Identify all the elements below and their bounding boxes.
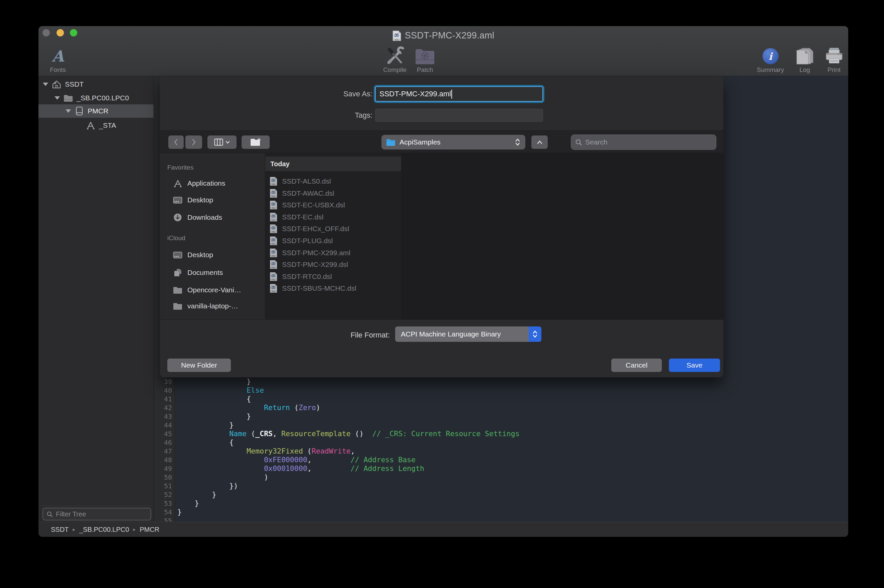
code-text: } bbox=[177, 508, 182, 516]
device-icon bbox=[74, 106, 84, 116]
sidebar-item-icloud-desktop[interactable]: Desktop bbox=[160, 249, 265, 261]
titlebar[interactable]: AML SSDT-PMC-X299.aml bbox=[39, 26, 848, 45]
document-icon: DSL bbox=[270, 272, 278, 281]
view-mode-button[interactable] bbox=[207, 135, 237, 149]
code-text: { bbox=[177, 394, 251, 404]
save-label: Save bbox=[687, 361, 702, 369]
chevron-right-icon: ▸ bbox=[73, 526, 75, 532]
print-button[interactable]: Print bbox=[820, 46, 848, 75]
file-row[interactable]: DSL SSDT-ALS0.dsl bbox=[265, 175, 401, 187]
code-line: 41 { bbox=[154, 394, 848, 404]
code-text: Return (Zero) bbox=[177, 404, 320, 412]
summary-button[interactable]: i Summary bbox=[751, 46, 789, 75]
fonts-icon: A bbox=[52, 48, 64, 64]
updown-chevrons-icon bbox=[529, 327, 541, 342]
file-row[interactable]: AML SSDT-PMC-X299.aml bbox=[265, 247, 401, 259]
breadcrumb-segment[interactable]: SSDT bbox=[51, 526, 69, 534]
compile-button[interactable]: Compile bbox=[377, 46, 413, 75]
file-row[interactable]: DSL SSDT-EC.dsl bbox=[265, 211, 401, 223]
svg-text:DSL: DSL bbox=[272, 290, 275, 292]
cancel-label: Cancel bbox=[626, 361, 647, 369]
code-line: 46 { bbox=[154, 438, 848, 447]
file-row[interactable]: DSL SSDT-SBUS-MCHC.dsl bbox=[265, 282, 401, 294]
sidebar-item-downloads[interactable]: Downloads bbox=[160, 212, 265, 224]
document-icon: DSL bbox=[270, 212, 278, 222]
sidebar-item-vanilla-folder[interactable]: vanilla-laptop-… bbox=[160, 300, 265, 312]
new-folder-toolbar-button[interactable] bbox=[242, 135, 270, 149]
line-number: 41 bbox=[154, 394, 175, 404]
code-text: ) bbox=[177, 473, 268, 482]
location-popup[interactable]: AcpiSamples bbox=[381, 135, 525, 150]
file-format-popup[interactable]: ACPI Machine Language Binary bbox=[395, 327, 541, 342]
sidebar-item-documents[interactable]: Documents bbox=[160, 267, 265, 279]
save-as-input[interactable]: SSDT-PMC-X299.aml bbox=[375, 86, 543, 102]
file-name: SSDT-EHCx_OFF.dsl bbox=[282, 225, 349, 233]
code-text: { bbox=[177, 438, 234, 447]
file-row[interactable]: DSL SSDT-RTC0.dsl bbox=[265, 271, 401, 283]
tree-item-ssdt[interactable]: SSDT bbox=[39, 78, 153, 91]
disclosure-triangle-icon[interactable] bbox=[54, 96, 60, 100]
applications-icon bbox=[173, 179, 182, 188]
document-icon: AML bbox=[270, 248, 278, 258]
code-line: 54} bbox=[154, 508, 848, 516]
back-button[interactable] bbox=[168, 135, 184, 149]
info-icon: i bbox=[762, 48, 779, 64]
line-number: 39 bbox=[154, 377, 175, 386]
desktop-icon bbox=[173, 252, 182, 258]
tree-item-sb-pc00-lpc0[interactable]: _SB.PC00.LPC0 bbox=[39, 91, 153, 105]
code-line: 49 0x00010000, // Address Length bbox=[154, 464, 848, 473]
tree-item-pmcr[interactable]: PMCR bbox=[39, 104, 153, 118]
patch-button[interactable]: Patch bbox=[408, 46, 442, 75]
tree-item-label: PMCR bbox=[88, 107, 108, 115]
search-field[interactable] bbox=[571, 135, 716, 150]
filter-tree-field[interactable] bbox=[42, 508, 151, 520]
line-number: 40 bbox=[154, 386, 175, 394]
patch-folder-icon bbox=[414, 46, 435, 66]
blue-folder-icon bbox=[386, 138, 395, 146]
cancel-button[interactable]: Cancel bbox=[611, 358, 662, 372]
tags-input[interactable] bbox=[375, 109, 543, 122]
search-icon bbox=[575, 139, 582, 146]
method-icon bbox=[86, 121, 96, 130]
log-button[interactable]: Log bbox=[789, 46, 820, 75]
window-title: SSDT-PMC-X299.aml bbox=[405, 30, 495, 41]
svg-text:DSL: DSL bbox=[272, 231, 275, 233]
file-row[interactable]: DSL SSDT-PLUG.dsl bbox=[265, 235, 401, 247]
compile-label: Compile bbox=[383, 66, 407, 74]
window-chrome: AML SSDT-PMC-X299.aml A Fonts bbox=[39, 26, 848, 76]
file-name: SSDT-EC.dsl bbox=[282, 213, 324, 221]
code-text: } bbox=[177, 412, 251, 421]
sidebar-item-opencore-folder[interactable]: Opencore-Vani… bbox=[160, 284, 265, 296]
file-format-bar: File Format: ACPI Machine Language Binar… bbox=[160, 320, 723, 353]
forward-button[interactable] bbox=[185, 135, 202, 149]
file-row[interactable]: DSL SSDT-AWAC.dsl bbox=[265, 187, 401, 200]
tree-item-sta[interactable]: _STA bbox=[39, 119, 153, 132]
sidebar-item-desktop[interactable]: Desktop bbox=[160, 194, 265, 206]
compile-tools-icon bbox=[384, 46, 405, 66]
file-name: SSDT-PMC-X299.dsl bbox=[282, 261, 348, 268]
disclosure-triangle-icon[interactable] bbox=[43, 82, 48, 86]
status-breadcrumb-bar: SSDT ▸ _SB.PC00.LPC0 ▸ PMCR bbox=[39, 522, 848, 537]
file-row[interactable]: DSL SSDT-EC-USBX.dsl bbox=[265, 199, 401, 211]
file-row[interactable]: DSL SSDT-EHCx_OFF.dsl bbox=[265, 223, 401, 235]
summary-label: Summary bbox=[757, 66, 784, 74]
disclosure-triangle-icon[interactable] bbox=[66, 110, 71, 113]
documents-icon bbox=[173, 268, 182, 277]
breadcrumb-segment[interactable]: PMCR bbox=[140, 526, 159, 534]
new-folder-button[interactable]: New Folder bbox=[167, 358, 231, 372]
parent-folder-button[interactable] bbox=[531, 135, 548, 149]
filter-tree-input[interactable] bbox=[56, 510, 147, 518]
file-format-value: ACPI Machine Language Binary bbox=[395, 330, 529, 338]
fonts-button[interactable]: A Fonts bbox=[41, 46, 75, 75]
breadcrumb-segment[interactable]: _SB.PC00.LPC0 bbox=[79, 526, 129, 534]
preview-column bbox=[402, 153, 723, 320]
line-number: 42 bbox=[154, 404, 175, 412]
save-button[interactable]: Save bbox=[669, 358, 720, 372]
sidebar-item-applications[interactable]: Applications bbox=[160, 177, 265, 189]
svg-text:DSL: DSL bbox=[272, 219, 275, 221]
file-row[interactable]: DSL SSDT-PMC-X299.dsl bbox=[265, 258, 401, 271]
save-as-label: Save As: bbox=[312, 90, 372, 98]
sidebar-item-label: Opencore-Vani… bbox=[188, 286, 241, 294]
search-input[interactable] bbox=[585, 138, 712, 146]
document-icon: DSL bbox=[270, 200, 278, 210]
